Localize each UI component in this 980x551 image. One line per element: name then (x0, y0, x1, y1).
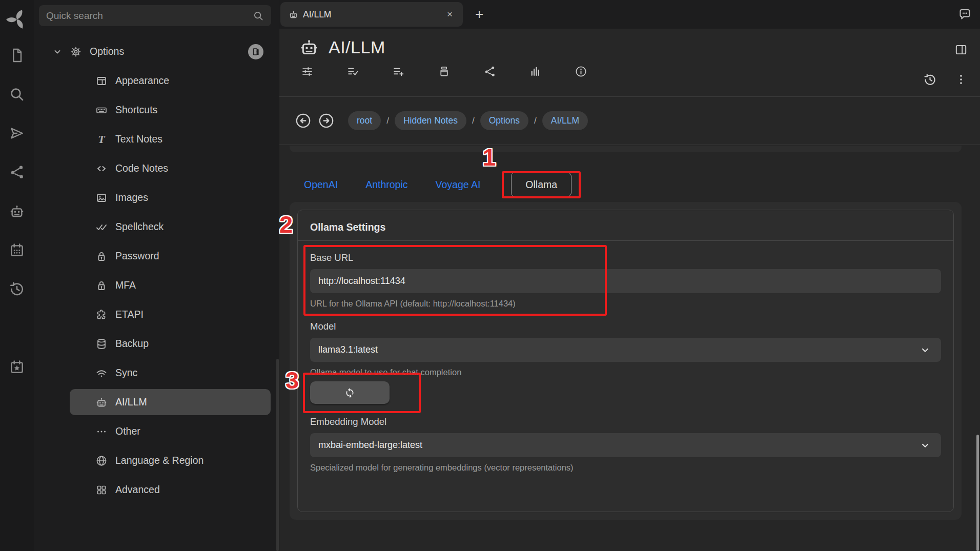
search-icon[interactable] (253, 10, 264, 22)
breadcrumb-separator: / (534, 116, 537, 126)
tree-item-label: Other (115, 425, 140, 437)
note-revisions-icon[interactable] (923, 73, 937, 87)
tree-item-mfa[interactable]: MFA (70, 272, 271, 298)
robot-icon (299, 37, 319, 57)
app-window: Options Appearance Shortcuts T Text Note… (0, 0, 980, 551)
tab-ai-llm[interactable]: AI/LLM × (280, 2, 463, 27)
tree-item-spellcheck[interactable]: Spellcheck (70, 214, 271, 240)
tree-item-label: Password (115, 250, 159, 262)
model-select-value: llama3.1:latest (318, 344, 378, 355)
tree-item-label: Advanced (115, 484, 160, 496)
trilium-logo-icon (6, 7, 28, 30)
puzzle-icon (95, 309, 108, 321)
grid-icon (95, 484, 108, 496)
note-map-icon[interactable] (483, 65, 496, 78)
quick-search-input[interactable] (46, 10, 253, 22)
ribbon-toolbar (299, 65, 980, 78)
model-select[interactable]: llama3.1:latest (310, 338, 941, 362)
base-url-input[interactable] (310, 269, 941, 293)
wifi-icon (95, 367, 108, 379)
tree-item-images[interactable]: Images (70, 185, 271, 211)
quick-search-box[interactable] (39, 5, 271, 26)
tree-item-appearance[interactable]: Appearance (70, 68, 271, 94)
breadcrumb-ai-llm[interactable]: AI/LLM (542, 111, 588, 130)
main-pane: AI/LLM × + AI/LLM (279, 0, 980, 551)
search-icon[interactable] (9, 86, 25, 103)
ai-chat-icon[interactable] (9, 203, 25, 219)
tree-item-advanced[interactable]: Advanced (70, 477, 271, 503)
page-title: AI/LLM (329, 37, 385, 57)
section-heading: Ollama Settings (310, 221, 941, 233)
owned-attributes-icon[interactable] (346, 65, 359, 78)
breadcrumb-root[interactable]: root (348, 111, 381, 130)
tab-bar: AI/LLM × + (279, 0, 980, 29)
ollama-settings-panel: 2 Ollama Settings Base URL URL for the O… (297, 210, 954, 512)
embedding-model-select[interactable]: mxbai-embed-large:latest (310, 433, 941, 457)
tree-item-sync[interactable]: Sync (70, 360, 271, 386)
globe-icon (95, 455, 108, 467)
tree-item-code-notes[interactable]: Code Notes (70, 155, 271, 181)
back-button[interactable] (295, 112, 312, 129)
layout-icon (95, 75, 108, 87)
split-panel-icon[interactable] (954, 43, 968, 56)
tab-voyage-ai[interactable]: Voyage AI (436, 179, 481, 191)
options-badge-button[interactable] (248, 44, 263, 59)
close-tab-button[interactable]: × (445, 9, 455, 20)
robot-icon (95, 396, 108, 409)
chevron-down-icon[interactable] (52, 47, 63, 57)
annotation-number-3: 3 (285, 366, 299, 394)
refresh-models-button[interactable] (310, 381, 390, 404)
note-map-icon[interactable] (9, 164, 25, 180)
note-paths-icon[interactable] (438, 65, 451, 78)
calendar-icon[interactable] (9, 242, 25, 258)
jump-to-note-icon[interactable] (9, 125, 25, 141)
embedding-model-help: Specialized model for generating embeddi… (310, 463, 941, 473)
tree-item-ai-llm[interactable]: AI/LLM (70, 389, 271, 415)
tree-item-other[interactable]: Other (70, 418, 271, 444)
tree-item-options[interactable]: Options (34, 38, 279, 65)
embedding-model-label: Embedding Model (310, 416, 941, 427)
tab-anthropic[interactable]: Anthropic (365, 179, 407, 191)
breadcrumb-hidden-notes[interactable]: Hidden Notes (395, 111, 466, 130)
refresh-models-wrap: 3 (310, 381, 390, 404)
forward-button[interactable] (318, 112, 335, 129)
promoted-attributes-icon[interactable] (392, 65, 405, 78)
tab-label: AI/LLM (303, 9, 331, 20)
recent-changes-icon[interactable] (9, 281, 25, 297)
tree-item-backup[interactable]: Backup (70, 331, 271, 357)
tree-item-label: Spellcheck (115, 221, 164, 233)
content-scrollbar[interactable] (976, 435, 979, 551)
tree-item-label: Code Notes (115, 162, 168, 174)
breadcrumb-options[interactable]: Options (480, 111, 528, 130)
breadcrumb-separator: / (472, 116, 475, 126)
door-icon (251, 47, 260, 56)
note-title-row: AI/LLM (299, 37, 980, 57)
similar-notes-icon[interactable] (529, 65, 542, 78)
tree-scrollbar[interactable] (276, 359, 279, 551)
model-help: Ollama model to use for chat completion (310, 368, 941, 377)
tree-item-etapi[interactable]: ETAPI (70, 301, 271, 328)
tree-item-label: Shortcuts (115, 104, 157, 116)
basic-properties-icon[interactable] (301, 65, 314, 78)
gear-icon (70, 46, 82, 58)
new-note-icon[interactable] (9, 47, 25, 64)
new-tab-button[interactable]: + (475, 7, 483, 22)
tree-item-label: Appearance (115, 75, 169, 87)
note-info-icon[interactable] (575, 65, 587, 78)
tab-ollama[interactable]: Ollama (511, 172, 571, 197)
breadcrumb: root / Hidden Notes / Options / AI/LLM (348, 111, 588, 130)
refresh-icon (344, 387, 355, 398)
kebab-menu-icon[interactable] (954, 73, 968, 86)
tree-item-shortcuts[interactable]: Shortcuts (70, 97, 271, 123)
chat-bubble-icon[interactable] (958, 7, 972, 21)
embedding-model-select-value: mxbai-embed-large:latest (318, 440, 422, 451)
tree-item-text-notes[interactable]: T Text Notes (70, 126, 271, 152)
keyboard-icon (95, 104, 108, 116)
bookmarks-icon[interactable] (9, 359, 25, 375)
tree-item-language-region[interactable]: Language & Region (70, 447, 271, 474)
provider-tabs: OpenAI Anthropic Voyage AI Ollama 1 (304, 179, 980, 191)
tree-item-password[interactable]: Password (70, 243, 271, 269)
tab-openai[interactable]: OpenAI (304, 179, 338, 191)
robot-icon (289, 10, 298, 19)
model-label: Model (310, 321, 941, 332)
